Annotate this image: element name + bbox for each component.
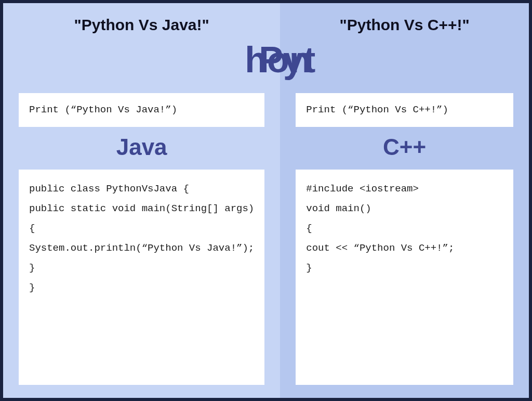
java-code-block: public class PythonVsJava { public stati… — [19, 170, 264, 385]
left-quote-heading: "Python Vs Java!" — [19, 16, 264, 34]
java-title: Java — [19, 134, 264, 160]
right-quote-heading: "Python Vs C++!" — [296, 16, 513, 34]
right-panel: "Python Vs C++!" hon Print (“Python Vs C… — [280, 3, 529, 398]
python-code-left: Print (“Python Vs Java!”) — [19, 93, 264, 127]
cpp-title: C++ — [296, 134, 513, 160]
left-panel: "Python Vs Java!" Pyt Print (“Python Vs … — [3, 3, 280, 398]
python-code-right: Print (“Python Vs C++!”) — [296, 93, 513, 127]
cpp-code-block: #include <iostream> void main() { cout <… — [296, 170, 513, 385]
python-title-right-half: hon — [245, 39, 513, 81]
